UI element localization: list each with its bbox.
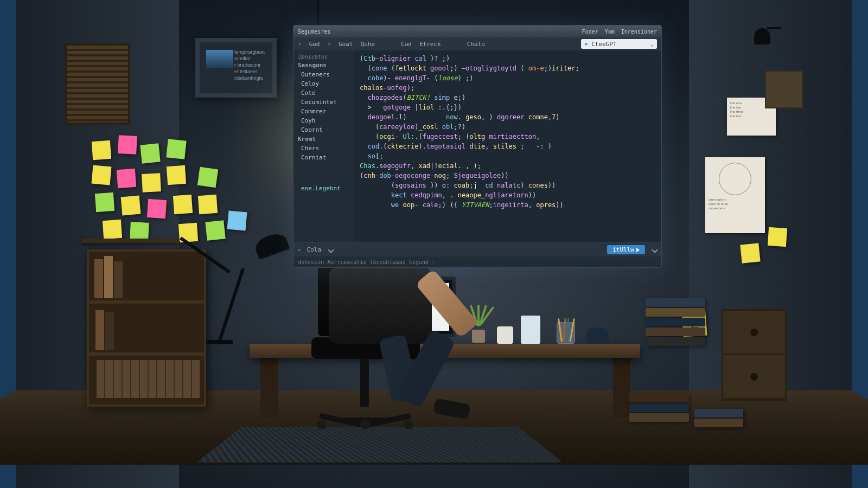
titlebar-item[interactable]: Inrensioner [621,29,657,35]
wall-poster: temptrargbeet tomIltar r bretheconr er.t… [195,38,277,98]
status-text: dohcsion Aurrceacatie lkcoublwaad kigund… [298,259,435,265]
menu-item[interactable]: Cad [401,41,412,48]
titlebar-item[interactable]: Foder [582,29,598,35]
window-blind [65,43,130,125]
bottombar-label[interactable]: Cola [307,246,322,253]
menu-item[interactable]: Quhe [361,41,375,48]
drawer-cabinet [722,309,787,401]
sidebar-item[interactable]: Outeners [293,70,354,79]
desk-lamp-arm [218,268,245,341]
sticky-note [740,243,760,263]
sidebar-item[interactable]: Corniat [293,153,354,162]
carton [521,316,540,344]
search-icon: ⌕ [584,41,588,48]
chevron-down-icon[interactable]: ⌄ [650,41,654,48]
sticky-note [198,195,218,214]
wall-paper: lorem ipsumdolor sit ametconsectetur [705,157,765,233]
sticky-note [166,139,186,159]
poster-line: tomIltar [234,55,267,62]
sticky-note [103,220,122,239]
sidebar-item[interactable]: Cote [293,88,354,98]
ide-statusbar: dohcsion Aurrceacatie lkcoublwaad kigund… [293,256,661,267]
poster-photo [206,50,233,68]
bookshelf [87,249,206,407]
menu-item[interactable]: God [309,41,320,48]
menu-item[interactable]: Goal [339,41,353,48]
sticky-note [95,192,114,212]
sticky-note [167,165,186,185]
search-field[interactable]: ⌕ CteeGPT ⌄ [581,39,657,49]
book-pile [646,298,705,347]
menu-item[interactable]: Chalo [467,41,485,48]
ide-menubar: • God • Goal Quhe Cad Efreck Chalo ⌕ Cte… [293,37,661,50]
wall-shelf [81,239,179,243]
book-pile [694,409,743,428]
sticky-note [768,227,787,247]
poster-line: r bretheconr [234,62,267,68]
room-scene: temptrargbeet tomIltar r bretheconr er.t… [0,0,868,488]
menu-item[interactable]: Efreck [419,41,441,48]
sidebar-footer[interactable]: ene.Legebnt [293,184,354,193]
desk-leg [613,352,630,418]
sidebar-item[interactable]: Commrer [293,107,354,116]
sticky-note [92,140,111,160]
search-value: CteeGPT [591,41,616,48]
sticky-note [227,211,247,231]
ide-bottombar: ▸ Cola itUllw [293,242,661,256]
book-pile [629,394,689,423]
rug [197,427,563,463]
sidebar-item[interactable]: Cecumintet [293,98,354,107]
sidebar-item[interactable]: Celoy [293,79,354,88]
wall-lamp [760,27,781,65]
desk-lamp-head [253,230,290,260]
poster-line: temptrargbeet [234,49,267,55]
play-icon[interactable]: ▸ [298,246,302,253]
chevron-down-icon[interactable] [328,247,334,253]
sticky-note [140,143,160,163]
sticky-note [121,196,141,216]
ide-editor[interactable]: (Ctb—olignier cal )? ;) (cone (fetlockt … [354,50,661,242]
sticky-note [117,169,136,188]
ide-window: Segumesres Foder Yom Inrensioner • God •… [293,25,662,268]
run-button[interactable]: itUllw [607,245,645,254]
sticky-note [205,220,225,240]
sidebar-header: 2pnicbtns [293,53,354,61]
sticky-note [142,173,161,192]
ide-title: Segumesres [298,29,330,35]
desk-leg [260,352,278,418]
titlebar-item[interactable]: Yom [605,29,615,35]
sidebar-item[interactable]: Chers [293,144,354,153]
chair-base [319,412,411,423]
sidebar-item[interactable]: Coornt [293,125,354,134]
poster-line: er.tHttaeer [234,68,267,75]
pencil-cup [557,322,575,344]
sidebar-group[interactable]: Sessgons [293,61,354,70]
sidebar-group[interactable]: Kromt [293,134,354,144]
sticky-note [92,165,112,185]
sticky-note [118,135,137,155]
sidebar-item[interactable]: Coyh [293,116,354,125]
ide-sidebar[interactable]: 2pnicbtns Sessgons Outeners Celoy Cote C… [293,50,354,242]
wall-box [765,70,803,108]
ide-titlebar[interactable]: Segumesres Foder Yom Inrensioner [293,25,661,37]
coffee-mug [497,326,513,344]
headphones-icon [586,328,609,344]
poster-line: rdattamttngts [234,75,267,81]
sticky-note [197,167,218,188]
sticky-note [147,199,167,219]
sticky-note [173,195,193,214]
chevron-down-icon[interactable] [652,247,658,253]
play-icon [636,248,640,252]
